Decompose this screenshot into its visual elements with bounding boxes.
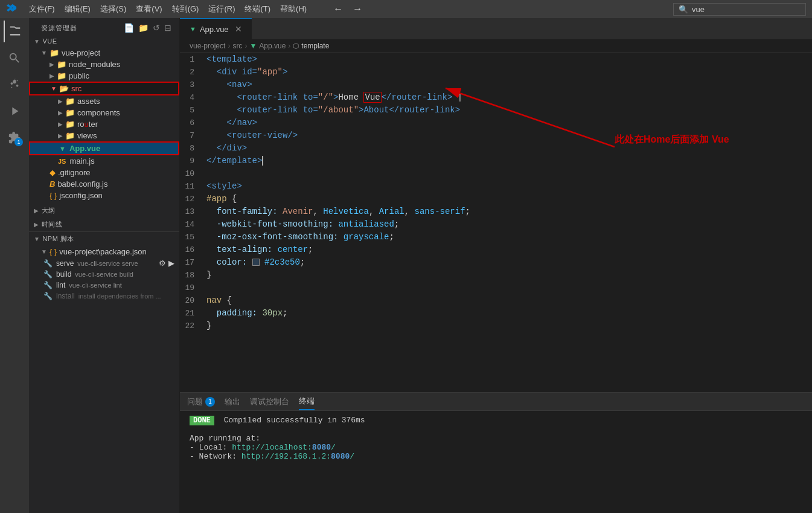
collapse-all-icon[interactable]: ⊟ xyxy=(164,23,172,33)
terminal-running-text: App running at: xyxy=(190,434,802,443)
line-number: 22 xyxy=(180,320,204,332)
npm-script-install[interactable]: 🔧 install install dependencies from ... xyxy=(29,291,179,302)
debug-console-label: 调试控制台 xyxy=(250,396,289,407)
extensions-activity-icon[interactable]: 1 xyxy=(4,127,25,149)
line-content xyxy=(204,282,812,294)
tree-item-components[interactable]: ▶ 📁 components xyxy=(29,107,179,118)
tree-item-gitignore[interactable]: ◆ .gitignore xyxy=(29,167,179,178)
nav-forward-button[interactable]: → xyxy=(350,2,365,16)
tree-item-vue-project[interactable]: ▼ 📁 vue-project xyxy=(29,47,179,59)
line-content: -webkit-font-smoothing: antialiased; xyxy=(204,218,812,231)
menu-terminal[interactable]: 终端(T) xyxy=(245,4,270,15)
code-line-17: 17 color: #2c3e50; xyxy=(180,256,812,269)
code-line-20: 20 nav { xyxy=(180,294,812,307)
problems-label: 问题 xyxy=(187,396,203,407)
line-number: 7 xyxy=(180,129,204,142)
npm-script-icon: 🔧 xyxy=(43,259,53,268)
editor-area: ▼ App.vue ✕ vue-project › src › ▼ App.vu… xyxy=(180,18,812,513)
search-activity-icon[interactable] xyxy=(4,47,25,69)
refresh-icon[interactable]: ↺ xyxy=(153,23,161,33)
sidebar: 资源管理器 📄 📁 ↺ ⊟ ▼ VUE ▼ 📁 vue-project xyxy=(29,18,180,513)
line-content: <router-link to="/">Home Vue</router-lin… xyxy=(204,91,812,104)
tab-output[interactable]: 输出 xyxy=(225,394,240,410)
new-file-icon[interactable]: 📄 xyxy=(124,23,135,33)
tab-terminal[interactable]: 终端 xyxy=(299,393,315,410)
outline-section-header[interactable]: ▶ 大纲 xyxy=(29,204,179,218)
tree-item-assets[interactable]: ▶ 📁 assets xyxy=(29,95,179,107)
menu-file[interactable]: 文件(F) xyxy=(29,4,55,15)
npm-script-lint[interactable]: 🔧 lint vue-cli-service lint xyxy=(29,280,179,291)
npm-lint-label: lint xyxy=(56,281,65,289)
npm-chevron-icon: ▼ xyxy=(41,248,47,255)
run-activity-icon[interactable] xyxy=(4,100,25,122)
npm-script-icon: 🔧 xyxy=(43,292,53,300)
terminal-label: 终端 xyxy=(299,396,315,407)
tree-item-src[interactable]: ▼ 📂 src xyxy=(29,82,179,95)
app-vue-label: App.vue xyxy=(69,144,100,153)
new-folder-icon[interactable]: 📁 xyxy=(138,23,149,33)
npm-package-item[interactable]: ▼ { } vue-project\package.json xyxy=(29,246,179,257)
breadcrumb-sep1: › xyxy=(228,42,230,50)
breadcrumb-sep3: › xyxy=(288,42,290,50)
npm-gear-icon[interactable]: ⚙ xyxy=(159,259,166,268)
tree-item-main-js[interactable]: JS main.js xyxy=(29,155,179,167)
breadcrumb-template: template xyxy=(301,42,329,50)
npm-script-serve[interactable]: 🔧 serve vue-cli-service serve ⚙ ▶ xyxy=(29,257,179,269)
extensions-badge: 1 xyxy=(14,138,23,146)
npm-serve-cmd: vue-cli-service serve xyxy=(77,260,138,267)
menu-help[interactable]: 帮助(H) xyxy=(280,4,307,15)
tree-item-jsconfig[interactable]: { } jsconfig.json xyxy=(29,190,179,201)
menu-view[interactable]: 查看(V) xyxy=(136,4,162,15)
tab-debug-console[interactable]: 调试控制台 xyxy=(250,394,289,410)
search-bar[interactable]: 🔍 xyxy=(673,3,806,16)
babel-icon: B xyxy=(50,179,55,189)
timeline-section-header[interactable]: ▶ 时间线 xyxy=(29,218,179,231)
npm-build-cmd: vue-cli-service build xyxy=(75,271,133,278)
npm-section-header[interactable]: ▼ NPM 脚本 xyxy=(29,232,179,246)
folder-icon: 📁 xyxy=(50,48,59,57)
menu-edit[interactable]: 编辑(E) xyxy=(65,4,91,15)
line-content: </div> xyxy=(204,142,812,155)
folder-icon: 📁 xyxy=(65,108,75,117)
code-editor[interactable]: 1 <template> 2 <div id="app"> 3 <nav> 4 xyxy=(180,53,812,392)
code-line-2: 2 <div id="app"> xyxy=(180,66,812,79)
line-content: <div id="app"> xyxy=(204,66,812,79)
tree-item-babel[interactable]: B babel.config.js xyxy=(29,178,179,190)
tab-bar: ▼ App.vue ✕ xyxy=(180,18,812,39)
tree-item-views[interactable]: ▶ 📁 views xyxy=(29,130,179,141)
search-input[interactable] xyxy=(692,5,801,14)
terminal-network-link[interactable]: http://192.168.1.2:8080/ xyxy=(241,452,354,461)
tab-close-button[interactable]: ✕ xyxy=(235,24,242,34)
output-label: 输出 xyxy=(225,396,240,407)
source-control-activity-icon[interactable] xyxy=(4,74,25,95)
vue-section-header[interactable]: ▼ VUE xyxy=(29,35,179,47)
terminal-local-link[interactable]: http://localhost:8080/ xyxy=(232,443,336,452)
nav-back-button[interactable]: ← xyxy=(331,2,345,16)
line-number: 14 xyxy=(180,218,204,231)
code-line-8: 8 </div> xyxy=(180,142,812,155)
line-content: font-family: Avenir, Helvetica, Arial, s… xyxy=(204,205,812,218)
menu-run[interactable]: 运行(R) xyxy=(208,4,235,15)
line-content: </nav> xyxy=(204,117,812,129)
done-badge: DONE xyxy=(190,416,214,425)
line-number: 19 xyxy=(180,282,204,294)
breadcrumb-file: App.vue xyxy=(259,42,286,50)
tree-item-app-vue[interactable]: ▼ App.vue xyxy=(29,141,179,155)
line-content: } xyxy=(204,320,812,332)
explorer-activity-icon[interactable] xyxy=(4,21,25,42)
tab-problems[interactable]: 问题 1 xyxy=(187,394,215,410)
menu-goto[interactable]: 转到(G) xyxy=(172,4,199,15)
tree-item-router[interactable]: ▶ 📁 router xyxy=(29,118,179,130)
line-number: 18 xyxy=(180,269,204,282)
menu-select[interactable]: 选择(S) xyxy=(100,4,126,15)
tree-item-node-modules[interactable]: ▶ 📁 node_modules xyxy=(29,59,179,70)
npm-script-build[interactable]: 🔧 build vue-cli-service build xyxy=(29,269,179,280)
breadcrumb-section-icon: ⬡ xyxy=(293,42,299,50)
line-content: </template>​ xyxy=(204,155,812,167)
code-line-10: 10 xyxy=(180,167,812,180)
npm-run-icon[interactable]: ▶ xyxy=(168,259,174,268)
terminal-content: DONE Compiled successfully in 376ms App … xyxy=(180,411,812,513)
tab-app-vue[interactable]: ▼ App.vue ✕ xyxy=(180,18,252,39)
tree-item-public[interactable]: ▶ 📁 public xyxy=(29,70,179,82)
code-line-16: 16 text-align: center; xyxy=(180,244,812,256)
